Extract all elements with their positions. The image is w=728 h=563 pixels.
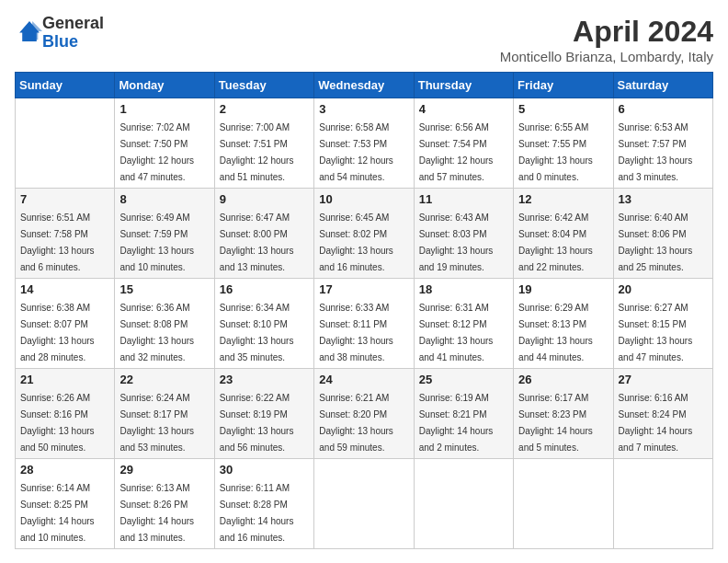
day-info: Sunrise: 6:58 AMSunset: 7:53 PMDaylight:… [319, 122, 393, 182]
day-cell: 21Sunrise: 6:26 AMSunset: 8:16 PMDayligh… [16, 369, 115, 459]
day-info: Sunrise: 6:43 AMSunset: 8:03 PMDaylight:… [419, 213, 494, 272]
day-number: 18 [419, 282, 508, 296]
day-number: 10 [319, 192, 408, 206]
logo-general: General [42, 14, 104, 32]
day-number: 5 [518, 102, 608, 116]
day-number: 30 [220, 463, 309, 477]
day-cell: 8Sunrise: 6:49 AMSunset: 7:59 PMDaylight… [115, 189, 214, 279]
day-number: 9 [220, 192, 309, 206]
day-number: 16 [220, 282, 309, 296]
day-number: 21 [20, 373, 109, 386]
day-info: Sunrise: 6:51 AMSunset: 7:58 PMDaylight:… [20, 213, 95, 272]
day-number: 17 [319, 282, 408, 296]
day-number: 24 [319, 373, 408, 386]
logo-blue: Blue [42, 32, 78, 51]
day-cell: 18Sunrise: 6:31 AMSunset: 8:12 PMDayligh… [414, 279, 513, 369]
day-cell: 27Sunrise: 6:16 AMSunset: 8:24 PMDayligh… [613, 369, 712, 459]
day-info: Sunrise: 6:27 AMSunset: 8:15 PMDaylight:… [619, 303, 693, 362]
day-cell [314, 459, 414, 549]
day-number: 29 [119, 463, 209, 477]
day-number: 8 [119, 192, 209, 206]
day-cell: 3Sunrise: 6:58 AMSunset: 7:53 PMDaylight… [314, 98, 414, 189]
day-cell [514, 459, 613, 549]
weekday-header-friday: Friday [514, 73, 613, 98]
day-number: 2 [220, 102, 309, 116]
header: General Blue April 2024 Monticello Brian… [15, 15, 713, 64]
day-cell: 19Sunrise: 6:29 AMSunset: 8:13 PMDayligh… [514, 279, 613, 369]
day-cell: 28Sunrise: 6:14 AMSunset: 8:25 PMDayligh… [16, 459, 115, 549]
week-row-1: 7Sunrise: 6:51 AMSunset: 7:58 PMDaylight… [16, 189, 713, 279]
day-cell: 15Sunrise: 6:36 AMSunset: 8:08 PMDayligh… [115, 279, 214, 369]
day-info: Sunrise: 6:14 AMSunset: 8:25 PMDaylight:… [20, 483, 95, 543]
day-number: 3 [319, 102, 408, 116]
day-cell: 26Sunrise: 6:17 AMSunset: 8:23 PMDayligh… [514, 369, 613, 459]
day-number: 14 [20, 282, 109, 296]
day-info: Sunrise: 6:55 AMSunset: 7:55 PMDaylight:… [518, 122, 593, 182]
day-info: Sunrise: 6:22 AMSunset: 8:19 PMDaylight:… [220, 393, 294, 453]
day-number: 6 [619, 102, 708, 116]
day-cell: 2Sunrise: 7:00 AMSunset: 7:51 PMDaylight… [214, 98, 313, 189]
day-cell: 11Sunrise: 6:43 AMSunset: 8:03 PMDayligh… [414, 189, 513, 279]
day-cell [613, 459, 712, 549]
week-row-4: 28Sunrise: 6:14 AMSunset: 8:25 PMDayligh… [16, 459, 713, 549]
day-info: Sunrise: 6:16 AMSunset: 8:24 PMDaylight:… [619, 393, 693, 453]
day-cell: 29Sunrise: 6:13 AMSunset: 8:26 PMDayligh… [115, 459, 214, 549]
weekday-header-monday: Monday [115, 73, 214, 98]
day-cell: 10Sunrise: 6:45 AMSunset: 8:02 PMDayligh… [314, 189, 414, 279]
weekday-header-tuesday: Tuesday [214, 73, 313, 98]
day-info: Sunrise: 6:11 AMSunset: 8:28 PMDaylight:… [220, 483, 294, 543]
day-info: Sunrise: 6:33 AMSunset: 8:11 PMDaylight:… [319, 303, 393, 362]
day-info: Sunrise: 6:38 AMSunset: 8:07 PMDaylight:… [20, 303, 95, 362]
weekday-header-saturday: Saturday [613, 73, 712, 98]
day-cell: 23Sunrise: 6:22 AMSunset: 8:19 PMDayligh… [214, 369, 313, 459]
weekday-header-row: SundayMondayTuesdayWednesdayThursdayFrid… [16, 73, 713, 98]
day-cell: 13Sunrise: 6:40 AMSunset: 8:06 PMDayligh… [613, 189, 712, 279]
day-number: 13 [619, 192, 708, 206]
day-number: 15 [119, 282, 209, 296]
day-cell: 4Sunrise: 6:56 AMSunset: 7:54 PMDaylight… [414, 98, 513, 189]
day-cell: 22Sunrise: 6:24 AMSunset: 8:17 PMDayligh… [115, 369, 214, 459]
day-number: 7 [20, 192, 109, 206]
day-info: Sunrise: 6:26 AMSunset: 8:16 PMDaylight:… [20, 393, 95, 453]
day-number: 27 [619, 373, 708, 386]
day-number: 23 [220, 373, 309, 386]
week-row-0: 1Sunrise: 7:02 AMSunset: 7:50 PMDaylight… [16, 98, 713, 189]
day-info: Sunrise: 6:21 AMSunset: 8:20 PMDaylight:… [319, 393, 393, 453]
page: General Blue April 2024 Monticello Brian… [0, 0, 728, 563]
day-info: Sunrise: 6:31 AMSunset: 8:12 PMDaylight:… [419, 303, 494, 362]
day-number: 25 [419, 373, 508, 386]
day-info: Sunrise: 6:29 AMSunset: 8:13 PMDaylight:… [518, 303, 593, 362]
month-title: April 2024 [500, 15, 713, 49]
day-cell: 6Sunrise: 6:53 AMSunset: 7:57 PMDaylight… [613, 98, 712, 189]
day-number: 28 [20, 463, 109, 477]
day-cell [16, 98, 115, 189]
day-cell: 25Sunrise: 6:19 AMSunset: 8:21 PMDayligh… [414, 369, 513, 459]
day-cell: 30Sunrise: 6:11 AMSunset: 8:28 PMDayligh… [214, 459, 313, 549]
day-info: Sunrise: 6:45 AMSunset: 8:02 PMDaylight:… [319, 213, 393, 272]
day-info: Sunrise: 6:40 AMSunset: 8:06 PMDaylight:… [619, 213, 693, 272]
location: Monticello Brianza, Lombardy, Italy [500, 49, 713, 64]
day-info: Sunrise: 6:19 AMSunset: 8:21 PMDaylight:… [419, 393, 494, 453]
logo: General Blue [15, 15, 104, 52]
day-info: Sunrise: 6:47 AMSunset: 8:00 PMDaylight:… [220, 213, 294, 272]
day-number: 11 [419, 192, 508, 206]
logo-icon [17, 18, 42, 44]
day-cell: 1Sunrise: 7:02 AMSunset: 7:50 PMDaylight… [115, 98, 214, 189]
day-info: Sunrise: 6:56 AMSunset: 7:54 PMDaylight:… [419, 122, 494, 182]
day-number: 19 [518, 282, 608, 296]
day-info: Sunrise: 6:53 AMSunset: 7:57 PMDaylight:… [619, 122, 693, 182]
calendar-table: SundayMondayTuesdayWednesdayThursdayFrid… [15, 72, 713, 549]
weekday-header-wednesday: Wednesday [314, 73, 414, 98]
day-number: 4 [419, 102, 508, 116]
weekday-header-thursday: Thursday [414, 73, 513, 98]
day-number: 20 [619, 282, 708, 296]
day-cell: 17Sunrise: 6:33 AMSunset: 8:11 PMDayligh… [314, 279, 414, 369]
day-info: Sunrise: 7:02 AMSunset: 7:50 PMDaylight:… [119, 122, 194, 182]
day-cell: 9Sunrise: 6:47 AMSunset: 8:00 PMDaylight… [214, 189, 313, 279]
day-number: 22 [119, 373, 209, 386]
day-cell: 5Sunrise: 6:55 AMSunset: 7:55 PMDaylight… [514, 98, 613, 189]
svg-marker-1 [32, 21, 42, 40]
day-number: 26 [518, 373, 608, 386]
day-cell: 16Sunrise: 6:34 AMSunset: 8:10 PMDayligh… [214, 279, 313, 369]
day-info: Sunrise: 6:36 AMSunset: 8:08 PMDaylight:… [119, 303, 194, 362]
